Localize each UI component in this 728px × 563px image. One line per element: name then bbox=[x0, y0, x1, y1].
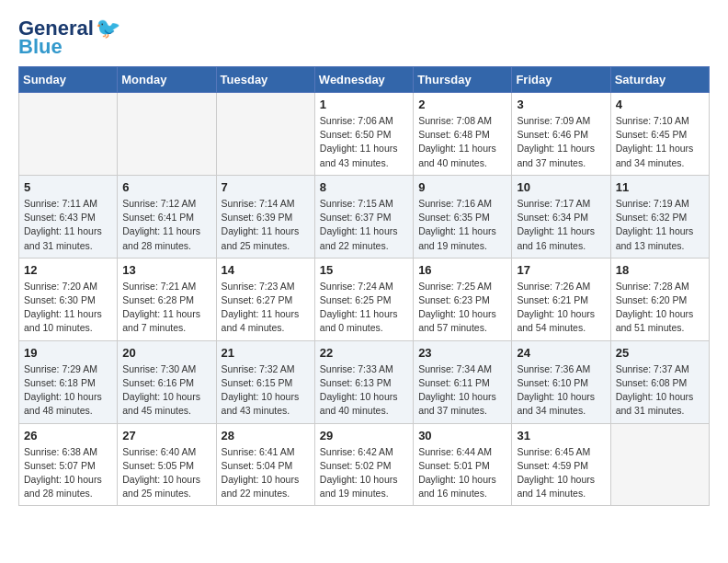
calendar-day-27: 27Sunrise: 6:40 AM Sunset: 5:05 PM Dayli… bbox=[118, 423, 216, 506]
calendar-empty-cell bbox=[610, 423, 709, 506]
day-info: Sunrise: 7:26 AM Sunset: 6:21 PM Dayligh… bbox=[517, 280, 605, 336]
calendar-day-25: 25Sunrise: 7:37 AM Sunset: 6:08 PM Dayli… bbox=[610, 340, 709, 423]
day-info: Sunrise: 6:41 AM Sunset: 5:04 PM Dayligh… bbox=[222, 445, 310, 501]
day-header-friday: Friday bbox=[512, 67, 610, 93]
calendar-empty-cell bbox=[216, 93, 314, 176]
calendar-day-12: 12Sunrise: 7:20 AM Sunset: 6:30 PM Dayli… bbox=[19, 258, 118, 340]
day-number: 3 bbox=[517, 98, 605, 111]
day-info: Sunrise: 7:23 AM Sunset: 6:27 PM Dayligh… bbox=[222, 280, 310, 336]
calendar-day-4: 4Sunrise: 7:10 AM Sunset: 6:45 PM Daylig… bbox=[610, 93, 709, 176]
day-info: Sunrise: 7:33 AM Sunset: 6:13 PM Dayligh… bbox=[320, 362, 408, 419]
day-info: Sunrise: 7:16 AM Sunset: 6:35 PM Dayligh… bbox=[418, 197, 506, 253]
calendar-empty-cell bbox=[118, 93, 216, 176]
calendar-day-31: 31Sunrise: 6:45 AM Sunset: 4:59 PM Dayli… bbox=[512, 423, 610, 506]
day-number: 12 bbox=[24, 263, 112, 277]
day-info: Sunrise: 6:44 AM Sunset: 5:01 PM Dayligh… bbox=[418, 445, 506, 501]
calendar-header-row: SundayMondayTuesdayWednesdayThursdayFrid… bbox=[19, 67, 710, 93]
calendar-day-24: 24Sunrise: 7:36 AM Sunset: 6:10 PM Dayli… bbox=[512, 340, 610, 423]
calendar-day-29: 29Sunrise: 6:42 AM Sunset: 5:02 PM Dayli… bbox=[314, 423, 413, 506]
day-header-monday: Monday bbox=[118, 67, 216, 93]
day-number: 26 bbox=[24, 429, 112, 442]
calendar-day-26: 26Sunrise: 6:38 AM Sunset: 5:07 PM Dayli… bbox=[19, 423, 118, 506]
calendar-day-19: 19Sunrise: 7:29 AM Sunset: 6:18 PM Dayli… bbox=[19, 340, 118, 423]
day-number: 16 bbox=[418, 263, 506, 277]
day-info: Sunrise: 7:17 AM Sunset: 6:34 PM Dayligh… bbox=[517, 197, 605, 253]
day-info: Sunrise: 7:15 AM Sunset: 6:37 PM Dayligh… bbox=[320, 197, 408, 253]
day-number: 23 bbox=[418, 346, 506, 360]
calendar-day-13: 13Sunrise: 7:21 AM Sunset: 6:28 PM Dayli… bbox=[118, 258, 216, 340]
day-info: Sunrise: 7:20 AM Sunset: 6:30 PM Dayligh… bbox=[24, 280, 112, 336]
calendar-day-22: 22Sunrise: 7:33 AM Sunset: 6:13 PM Dayli… bbox=[314, 340, 413, 423]
day-number: 24 bbox=[517, 346, 605, 360]
calendar-day-3: 3Sunrise: 7:09 AM Sunset: 6:46 PM Daylig… bbox=[512, 93, 610, 176]
calendar-day-14: 14Sunrise: 7:23 AM Sunset: 6:27 PM Dayli… bbox=[216, 258, 314, 340]
day-number: 21 bbox=[222, 346, 310, 360]
calendar-week-2: 5Sunrise: 7:11 AM Sunset: 6:43 PM Daylig… bbox=[19, 175, 710, 258]
day-info: Sunrise: 7:12 AM Sunset: 6:41 PM Dayligh… bbox=[122, 197, 210, 253]
calendar-table: SundayMondayTuesdayWednesdayThursdayFrid… bbox=[18, 66, 710, 506]
day-header-tuesday: Tuesday bbox=[216, 67, 314, 93]
calendar-week-4: 19Sunrise: 7:29 AM Sunset: 6:18 PM Dayli… bbox=[19, 340, 710, 423]
calendar-day-18: 18Sunrise: 7:28 AM Sunset: 6:20 PM Dayli… bbox=[610, 258, 709, 340]
day-number: 31 bbox=[517, 429, 605, 442]
day-info: Sunrise: 7:09 AM Sunset: 6:46 PM Dayligh… bbox=[517, 114, 605, 170]
calendar-day-8: 8Sunrise: 7:15 AM Sunset: 6:37 PM Daylig… bbox=[314, 175, 413, 258]
calendar-week-1: 1Sunrise: 7:06 AM Sunset: 6:50 PM Daylig… bbox=[19, 93, 710, 176]
calendar-empty-cell bbox=[19, 93, 118, 176]
day-header-wednesday: Wednesday bbox=[314, 67, 413, 93]
day-info: Sunrise: 7:37 AM Sunset: 6:08 PM Dayligh… bbox=[616, 362, 704, 419]
day-number: 10 bbox=[517, 180, 605, 194]
day-number: 15 bbox=[320, 263, 408, 277]
logo-blue-text: Blue bbox=[18, 37, 63, 57]
day-number: 6 bbox=[122, 180, 210, 194]
calendar-day-17: 17Sunrise: 7:26 AM Sunset: 6:21 PM Dayli… bbox=[512, 258, 610, 340]
day-number: 30 bbox=[418, 429, 506, 442]
calendar-day-15: 15Sunrise: 7:24 AM Sunset: 6:25 PM Dayli… bbox=[314, 258, 413, 340]
day-info: Sunrise: 7:11 AM Sunset: 6:43 PM Dayligh… bbox=[24, 197, 112, 253]
calendar-day-7: 7Sunrise: 7:14 AM Sunset: 6:39 PM Daylig… bbox=[216, 175, 314, 258]
calendar-week-3: 12Sunrise: 7:20 AM Sunset: 6:30 PM Dayli… bbox=[19, 258, 710, 340]
day-info: Sunrise: 7:36 AM Sunset: 6:10 PM Dayligh… bbox=[517, 362, 605, 419]
day-number: 9 bbox=[418, 180, 506, 194]
calendar-day-9: 9Sunrise: 7:16 AM Sunset: 6:35 PM Daylig… bbox=[414, 175, 512, 258]
day-info: Sunrise: 6:40 AM Sunset: 5:05 PM Dayligh… bbox=[122, 445, 210, 501]
day-info: Sunrise: 7:25 AM Sunset: 6:23 PM Dayligh… bbox=[418, 280, 506, 336]
day-info: Sunrise: 7:08 AM Sunset: 6:48 PM Dayligh… bbox=[418, 114, 506, 170]
day-number: 25 bbox=[616, 346, 704, 360]
day-header-saturday: Saturday bbox=[610, 67, 709, 93]
day-info: Sunrise: 7:32 AM Sunset: 6:15 PM Dayligh… bbox=[222, 362, 310, 419]
page-header: General 🐦 Blue bbox=[18, 18, 710, 57]
day-info: Sunrise: 7:29 AM Sunset: 6:18 PM Dayligh… bbox=[24, 362, 112, 419]
day-info: Sunrise: 6:42 AM Sunset: 5:02 PM Dayligh… bbox=[320, 445, 408, 501]
day-number: 22 bbox=[320, 346, 408, 360]
calendar-day-5: 5Sunrise: 7:11 AM Sunset: 6:43 PM Daylig… bbox=[19, 175, 118, 258]
day-info: Sunrise: 7:24 AM Sunset: 6:25 PM Dayligh… bbox=[320, 280, 408, 336]
calendar-day-23: 23Sunrise: 7:34 AM Sunset: 6:11 PM Dayli… bbox=[414, 340, 512, 423]
day-info: Sunrise: 7:19 AM Sunset: 6:32 PM Dayligh… bbox=[616, 197, 704, 253]
calendar-day-10: 10Sunrise: 7:17 AM Sunset: 6:34 PM Dayli… bbox=[512, 175, 610, 258]
day-info: Sunrise: 7:21 AM Sunset: 6:28 PM Dayligh… bbox=[122, 280, 210, 336]
day-info: Sunrise: 6:45 AM Sunset: 4:59 PM Dayligh… bbox=[517, 445, 605, 501]
calendar-day-6: 6Sunrise: 7:12 AM Sunset: 6:41 PM Daylig… bbox=[118, 175, 216, 258]
calendar-day-20: 20Sunrise: 7:30 AM Sunset: 6:16 PM Dayli… bbox=[118, 340, 216, 423]
calendar-day-30: 30Sunrise: 6:44 AM Sunset: 5:01 PM Dayli… bbox=[414, 423, 512, 506]
calendar-day-2: 2Sunrise: 7:08 AM Sunset: 6:48 PM Daylig… bbox=[414, 93, 512, 176]
day-number: 4 bbox=[616, 98, 704, 111]
logo: General 🐦 Blue bbox=[18, 18, 120, 57]
day-number: 1 bbox=[320, 98, 408, 111]
day-number: 2 bbox=[418, 98, 506, 111]
calendar-day-1: 1Sunrise: 7:06 AM Sunset: 6:50 PM Daylig… bbox=[314, 93, 413, 176]
day-number: 28 bbox=[222, 429, 310, 442]
calendar-day-21: 21Sunrise: 7:32 AM Sunset: 6:15 PM Dayli… bbox=[216, 340, 314, 423]
day-number: 27 bbox=[122, 429, 210, 442]
calendar-day-16: 16Sunrise: 7:25 AM Sunset: 6:23 PM Dayli… bbox=[414, 258, 512, 340]
day-info: Sunrise: 6:38 AM Sunset: 5:07 PM Dayligh… bbox=[24, 445, 112, 501]
calendar-week-5: 26Sunrise: 6:38 AM Sunset: 5:07 PM Dayli… bbox=[19, 423, 710, 506]
calendar-day-28: 28Sunrise: 6:41 AM Sunset: 5:04 PM Dayli… bbox=[216, 423, 314, 506]
day-number: 5 bbox=[24, 180, 112, 194]
calendar-day-11: 11Sunrise: 7:19 AM Sunset: 6:32 PM Dayli… bbox=[610, 175, 709, 258]
day-number: 13 bbox=[122, 263, 210, 277]
day-info: Sunrise: 7:34 AM Sunset: 6:11 PM Dayligh… bbox=[418, 362, 506, 419]
day-info: Sunrise: 7:14 AM Sunset: 6:39 PM Dayligh… bbox=[222, 197, 310, 253]
day-info: Sunrise: 7:10 AM Sunset: 6:45 PM Dayligh… bbox=[616, 114, 704, 170]
